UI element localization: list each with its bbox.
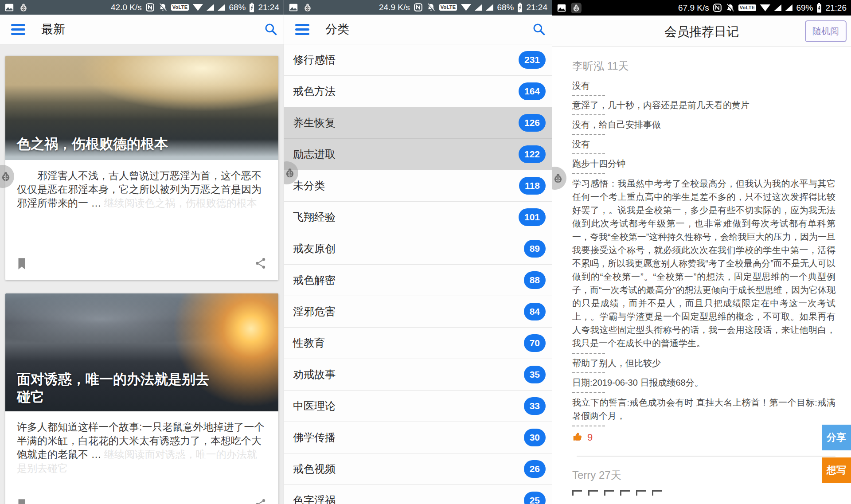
search-icon[interactable] <box>532 22 546 36</box>
signal-icon <box>785 4 792 11</box>
category-label: 劝戒故事 <box>293 367 336 382</box>
write-fab-button[interactable]: 想写 <box>822 457 851 483</box>
category-row[interactable]: 未分类118 <box>284 170 552 202</box>
dashed-separator <box>572 153 605 154</box>
signal-icon <box>207 4 214 11</box>
gallery-icon <box>556 3 567 13</box>
category-row[interactable]: 戒友原创89 <box>284 233 552 265</box>
battery-icon <box>517 3 523 12</box>
share-icon[interactable] <box>254 498 268 504</box>
nfc-icon <box>145 3 155 12</box>
dashed-separator <box>572 353 605 354</box>
network-speed: 67.9 K/s <box>678 3 709 13</box>
category-count-badge: 25 <box>524 492 546 504</box>
category-row[interactable]: 飞翔经验101 <box>284 202 552 233</box>
wifi-icon <box>192 4 203 11</box>
nfc-icon <box>414 3 423 12</box>
search-icon[interactable] <box>264 22 278 36</box>
category-row[interactable]: 性教育70 <box>284 328 552 359</box>
category-label: 佛学传播 <box>293 430 336 445</box>
category-row[interactable]: 佛学传播30 <box>284 422 552 453</box>
triple-screenshot-montage: 42.0 K/s VoLTE 68% 21:24 最新 色之祸，伤根败德的根本 <box>0 0 851 504</box>
ladybug-icon <box>571 3 582 13</box>
category-row[interactable]: 戒色解密88 <box>284 265 552 296</box>
wifi-icon <box>461 4 471 11</box>
diary-text-line: 没有 <box>572 138 835 150</box>
diary-text-line: 学习感悟：我虽然中考考了全校最高分，但我认为我的水平与其它任何一个考上重点高中的… <box>572 177 835 350</box>
diary-text-line: 日期:2019-06-30 日报成绩68分。 <box>572 376 835 389</box>
category-label: 淫邪危害 <box>293 305 336 319</box>
article-cover-image: 面对诱惑，唯一的办法就是别去碰它 <box>5 293 278 411</box>
card-footer <box>5 257 278 278</box>
diary-author[interactable]: Terry 27天 <box>572 468 835 482</box>
category-count-badge: 33 <box>524 397 546 415</box>
bell-muted-icon <box>426 3 436 12</box>
category-count-badge: 231 <box>519 51 546 69</box>
screen-diary: 67.9 K/s VoLTE 69% 21:26 会员推荐日记 随机阅 李昕泓 … <box>552 0 851 504</box>
category-row[interactable]: 色字浮祸25 <box>284 485 552 504</box>
likes-count: 9 <box>587 432 593 443</box>
article-feed: 色之祸，伤根败德的根本 邪淫害人不浅，古人曾说过万恶淫为首，这个恶不仅仅是恶在邪… <box>0 44 284 504</box>
page-title: 最新 <box>41 21 65 37</box>
share-fab-button[interactable]: 分享 <box>822 425 851 450</box>
screen-latest: 42.0 K/s VoLTE 68% 21:24 最新 色之祸，伤根败德的根本 <box>0 0 284 504</box>
signal-icon <box>486 4 493 11</box>
category-row[interactable]: 修行感悟231 <box>284 44 552 76</box>
category-row[interactable]: 戒色方法164 <box>284 76 552 107</box>
diary-body: 没有意淫了，几十秒，内容还是是前几天看的黄片没有，给自己安排事做没有跑步十四分钟… <box>572 79 835 426</box>
article-cover-image: 色之祸，伤根败德的根本 <box>5 56 278 160</box>
category-row[interactable]: 淫邪危害84 <box>284 296 552 328</box>
diary-author[interactable]: 李昕泓 11天 <box>572 59 835 73</box>
hamburger-menu-icon[interactable] <box>11 22 25 37</box>
status-bar: 24.9 K/s VoLTE 68% 21:24 <box>284 0 552 15</box>
category-list: 修行感悟231戒色方法164养生恢复126励志进取122未分类118飞翔经验10… <box>284 44 552 504</box>
category-label: 修行感悟 <box>293 53 336 67</box>
category-label: 养生恢复 <box>293 116 336 130</box>
card-footer <box>5 498 278 504</box>
battery-percent: 68% <box>497 3 514 12</box>
dashed-separator <box>572 392 605 393</box>
category-count-badge: 126 <box>519 114 546 132</box>
diary-text-line: 意淫了，几十秒，内容还是是前几天看的黄片 <box>572 99 835 111</box>
category-label: 性教育 <box>293 336 325 350</box>
clock: 21:24 <box>526 3 547 12</box>
screen-categories: 24.9 K/s VoLTE 68% 21:24 分类 修行感悟231戒色方法1… <box>284 0 552 504</box>
category-row[interactable]: 励志进取122 <box>284 139 552 170</box>
bookmark-icon[interactable] <box>16 257 29 270</box>
read-more-link[interactable]: 继续阅读色之祸，伤根败德的根本 <box>104 197 257 209</box>
app-bar: 最新 <box>0 15 284 44</box>
category-count-badge: 35 <box>524 366 546 383</box>
category-label: 戒色解密 <box>293 273 336 287</box>
category-label: 未分类 <box>293 179 325 193</box>
signal-icon <box>475 4 482 11</box>
bell-muted-icon <box>158 3 168 12</box>
hamburger-menu-icon[interactable] <box>295 22 309 37</box>
category-label: 中医理论 <box>293 399 336 413</box>
share-icon[interactable] <box>254 257 268 270</box>
category-row[interactable]: 养生恢复126 <box>284 107 552 139</box>
category-row[interactable]: 中医理论33 <box>284 391 552 422</box>
category-count-badge: 122 <box>519 145 546 163</box>
article-title: 色之祸，伤根败德的根本 <box>17 135 168 153</box>
random-read-button[interactable]: 随机阅 <box>805 20 847 42</box>
category-count-badge: 30 <box>524 429 546 446</box>
diary-content: 李昕泓 11天 没有意淫了，几十秒，内容还是是前几天看的黄片没有，给自己安排事做… <box>552 47 851 496</box>
signal-icon <box>774 4 781 11</box>
article-card[interactable]: 色之祸，伤根败德的根本 邪淫害人不浅，古人曾说过万恶淫为首，这个恶不仅仅是恶在邪… <box>5 56 278 280</box>
category-label: 飞翔经验 <box>293 210 336 224</box>
gallery-icon <box>288 3 299 12</box>
category-row[interactable]: 劝戒故事35 <box>284 359 552 391</box>
article-card[interactable]: 面对诱惑，唯一的办法就是别去碰它 许多人都知道这样一个故事:一只老鼠意外地掉进了… <box>5 293 278 504</box>
dashed-separator <box>572 134 605 135</box>
diary-text-line: 没有 <box>572 79 835 92</box>
category-count-badge: 101 <box>519 208 546 226</box>
thumbs-up-icon[interactable] <box>572 431 584 444</box>
bookmark-icon[interactable] <box>16 498 29 504</box>
nfc-icon <box>713 3 722 12</box>
category-label: 戒友原创 <box>293 242 336 256</box>
category-row[interactable]: 戒色视频26 <box>284 453 552 485</box>
dashed-separator <box>572 95 605 96</box>
clock: 21:26 <box>825 3 847 13</box>
likes-row[interactable]: 9 <box>572 431 835 444</box>
volte-badge: VoLTE <box>439 4 457 11</box>
